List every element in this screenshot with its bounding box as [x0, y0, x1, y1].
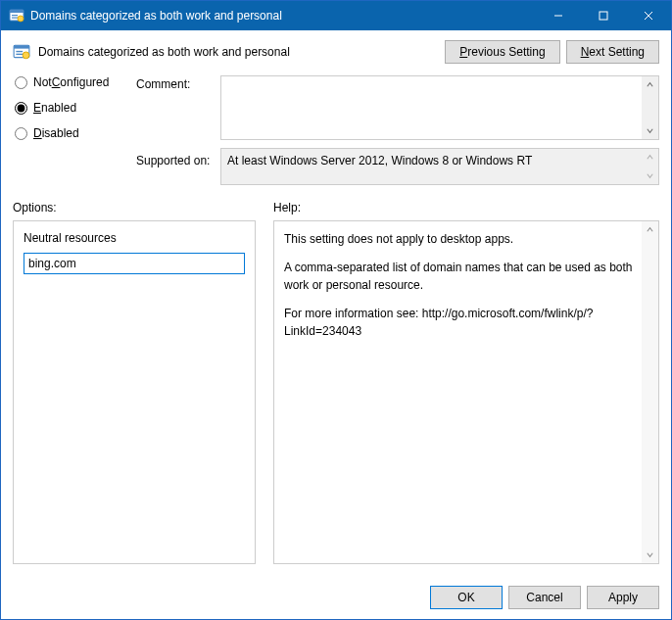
svg-point-13 — [23, 52, 29, 59]
radio-enabled[interactable]: Enabled — [13, 101, 130, 115]
app-icon — [9, 8, 24, 24]
svg-rect-6 — [600, 12, 607, 20]
ok-button[interactable]: OK — [430, 586, 503, 609]
supported-on-field: At least Windows Server 2012, Windows 8 … — [220, 148, 659, 185]
minimize-button[interactable] — [536, 1, 581, 30]
footer: OK Cancel Apply — [1, 576, 671, 619]
scroll-up-icon[interactable] — [642, 76, 658, 93]
label-supported-on: Supported on: — [136, 148, 215, 167]
close-button[interactable] — [626, 1, 671, 30]
apply-button[interactable]: Apply — [587, 586, 659, 609]
scroll-down-icon[interactable] — [642, 547, 658, 563]
pane-headers: Options: Help: — [13, 201, 659, 215]
help-paragraph: For more information see: http://go.micr… — [284, 306, 633, 340]
help-paragraph: This setting does not apply to desktop a… — [284, 231, 633, 248]
neutral-resources-input[interactable] — [24, 253, 245, 274]
supported-on-value: At least Windows Server 2012, Windows 8 … — [227, 154, 532, 167]
state-radio-group: Not Configured Enabled Disabled — [13, 75, 130, 152]
radio-not-configured-input[interactable] — [15, 76, 27, 89]
svg-rect-3 — [12, 18, 18, 19]
svg-rect-1 — [10, 10, 24, 13]
pane-bodies: Neutral resources This setting does not … — [13, 220, 659, 564]
titlebar: Domains categorized as both work and per… — [1, 1, 671, 30]
help-text: This setting does not apply to desktop a… — [284, 231, 648, 340]
comment-field[interactable] — [220, 75, 659, 140]
cancel-button[interactable]: Cancel — [508, 586, 581, 609]
label-options: Options: — [13, 201, 256, 215]
policy-icon — [13, 43, 30, 61]
scroll-down-icon[interactable] — [642, 122, 658, 139]
label-help: Help: — [273, 201, 659, 215]
window-title: Domains categorized as both work and per… — [30, 9, 282, 23]
supported-scrollbar — [642, 149, 658, 184]
comment-scrollbar[interactable] — [642, 76, 658, 139]
maximize-button[interactable] — [581, 1, 626, 30]
radio-enabled-input[interactable] — [15, 102, 27, 115]
radio-disabled[interactable]: Disabled — [13, 126, 130, 140]
scroll-down-icon — [642, 167, 658, 184]
options-field-label: Neutral resources — [24, 231, 245, 245]
help-paragraph: A comma-separated list of domain names t… — [284, 260, 633, 294]
next-setting-button[interactable]: Next Setting — [566, 40, 659, 64]
scroll-up-icon[interactable] — [642, 221, 658, 238]
svg-rect-11 — [16, 51, 23, 52]
content: Domains categorized as both work and per… — [1, 30, 671, 576]
radio-disabled-input[interactable] — [15, 127, 27, 140]
top-grid: Not Configured Enabled Disabled Comment: — [13, 75, 659, 185]
radio-not-configured[interactable]: Not Configured — [13, 75, 130, 89]
help-scrollbar[interactable] — [642, 221, 658, 563]
svg-rect-10 — [14, 45, 29, 48]
header-row: Domains categorized as both work and per… — [13, 40, 659, 64]
help-pane: This setting does not apply to desktop a… — [273, 220, 659, 564]
scroll-up-icon — [642, 149, 658, 166]
window: Domains categorized as both work and per… — [0, 0, 672, 620]
svg-point-4 — [18, 16, 24, 22]
svg-rect-12 — [16, 54, 23, 55]
previous-setting-button[interactable]: Previous Setting — [445, 40, 559, 64]
options-pane: Neutral resources — [13, 220, 256, 564]
svg-rect-2 — [12, 15, 18, 16]
policy-caption: Domains categorized as both work and per… — [38, 45, 290, 59]
label-comment: Comment: — [136, 75, 215, 91]
